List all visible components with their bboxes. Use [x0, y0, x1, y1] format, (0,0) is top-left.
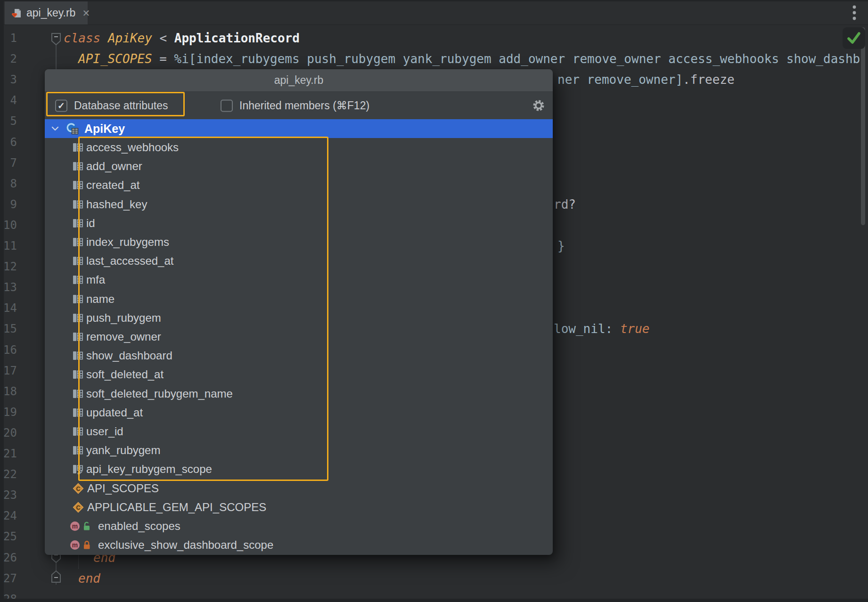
code-segment-const: API_SCOPES	[78, 52, 152, 66]
code-segment-kw: true	[620, 322, 650, 336]
code-segment-fg: rd?	[554, 197, 576, 212]
list-item-label: api_key_rubygem_scope	[86, 463, 212, 476]
database-column-icon	[72, 369, 83, 380]
list-item-hashed_key[interactable]: hashed_key	[45, 195, 553, 214]
list-item-label: hashed_key	[86, 198, 147, 211]
tree-root-label: ApiKey	[84, 122, 125, 136]
database-column-icon	[72, 445, 83, 456]
list-item-label: last_accessed_at	[86, 254, 173, 268]
list-item-label: API_SCOPES	[87, 482, 159, 495]
window-border-top	[0, 0, 868, 1]
tab-title: api_key.rb	[26, 7, 75, 19]
list-item-label: APPLICABLE_GEM_API_SCOPES	[87, 501, 266, 514]
list-item-push_rubygem[interactable]: push_rubygem	[45, 309, 553, 327]
code-line: }	[557, 236, 565, 256]
list-item-label: yank_rubygem	[86, 444, 160, 457]
list-item-index_rubygems[interactable]: index_rubygems	[45, 233, 553, 252]
list-item-last_accessed_at[interactable]: last_accessed_at	[45, 252, 553, 270]
ruby-file-icon	[11, 8, 22, 18]
checkbox-database-attributes[interactable]: ✓ Database attributes	[55, 99, 168, 112]
code-segment-kw: end	[78, 571, 100, 586]
list-item-mfa[interactable]: mfa	[45, 270, 553, 289]
list-item-label: user_id	[86, 425, 123, 438]
code-line: rd?	[554, 194, 576, 215]
close-icon[interactable]: ✕	[82, 8, 90, 18]
svg-text:m: m	[72, 522, 78, 530]
list-item-API_SCOPES[interactable]: CAPI_SCOPES	[45, 479, 553, 498]
list-item-label: updated_at	[86, 406, 143, 419]
database-column-icon	[72, 142, 83, 153]
list-item-label: add_owner	[86, 160, 142, 173]
list-item-label: created_at	[86, 179, 139, 192]
inspections-widget[interactable]	[843, 27, 865, 49]
ide-window: { "colors": { "editor-bg": "#2B2D2F", "p…	[0, 0, 868, 602]
list-item-created_at[interactable]: created_at	[45, 176, 553, 195]
code-segment-cls: ApiKey	[108, 31, 152, 45]
database-column-icon	[72, 255, 83, 267]
code-segment-kw: class	[64, 31, 108, 45]
tree-row-apikey[interactable]: ApiKey	[45, 119, 553, 138]
database-column-icon	[72, 161, 83, 172]
list-item-label: soft_deleted_at	[86, 368, 164, 381]
list-item-label: remove_owner	[86, 330, 161, 343]
code-line: ner remove_owner].freeze	[557, 69, 735, 90]
file-structure-popup: api_key.rb ✓ Database attributes Inherit…	[45, 69, 553, 555]
list-item-access_webhooks[interactable]: access_webhooks	[45, 138, 553, 157]
code-segment-sym: ner remove_owner]	[557, 73, 683, 87]
tab-api-key-rb[interactable]: api_key.rb ✕	[5, 1, 88, 24]
list-item-label: id	[86, 217, 95, 230]
popup-controls: ✓ Database attributes Inherited members …	[45, 92, 553, 119]
svg-text:m: m	[72, 541, 78, 549]
list-item-label: mfa	[86, 273, 105, 286]
checkbox-label: Database attributes	[74, 99, 168, 112]
list-item-updated_at[interactable]: updated_at	[45, 403, 553, 422]
checkbox-box[interactable]	[221, 99, 233, 112]
code-segment-sym: low_nil:	[554, 322, 620, 336]
list-item-add_owner[interactable]: add_owner	[45, 157, 553, 176]
list-item-name[interactable]: name	[45, 290, 553, 309]
checkbox-label: Inherited members (⌘F12)	[239, 99, 369, 112]
code-segment-sym: }	[557, 239, 565, 253]
database-column-icon	[72, 218, 83, 229]
database-column-icon	[72, 293, 83, 305]
code-segment-sym: %i[index_rubygems push_rubygem yank_ruby…	[174, 52, 860, 66]
fold-marker-line-27[interactable]	[51, 570, 61, 583]
popup-title[interactable]: api_key.rb	[45, 69, 553, 92]
database-column-icon	[72, 426, 83, 437]
list-item-show_dashboard[interactable]: show_dashboard	[45, 346, 553, 365]
list-item-yank_rubygem[interactable]: yank_rubygem	[45, 441, 553, 460]
list-item-remove_owner[interactable]: remove_owner	[45, 327, 553, 346]
database-column-icon	[72, 331, 83, 342]
list-item-exclusive_show_dashboard_scope[interactable]: mexclusive_show_dashboard_scope	[45, 536, 553, 554]
list-item-user_id[interactable]: user_id	[45, 422, 553, 441]
constant-icon: C	[73, 483, 84, 494]
list-item-soft_deleted_rubygem_name[interactable]: soft_deleted_rubygem_name	[45, 384, 553, 403]
code-line: class ApiKey < ApplicationRecord	[64, 28, 300, 49]
checkbox-box[interactable]: ✓	[55, 99, 67, 112]
list-item-enabled_scopes[interactable]: menabled_scopes	[45, 517, 553, 536]
list-item-soft_deleted_at[interactable]: soft_deleted_at	[45, 365, 553, 384]
scrollbar-thumb[interactable]	[861, 27, 865, 225]
gear-icon[interactable]	[532, 99, 545, 112]
list-item-label: access_webhooks	[86, 141, 179, 154]
list-item-label: enabled_scopes	[98, 520, 180, 533]
checkbox-inherited-members[interactable]: Inherited members (⌘F12)	[221, 99, 369, 112]
database-column-icon	[72, 236, 83, 248]
database-column-icon	[72, 388, 83, 399]
database-column-icon	[72, 179, 83, 191]
list-item-label: soft_deleted_rubygem_name	[86, 387, 233, 400]
method-icon-public-lock-open: m	[70, 521, 94, 532]
fold-marker-line-1[interactable]	[51, 33, 61, 45]
database-column-icon	[72, 350, 83, 361]
chevron-down-icon[interactable]	[50, 123, 60, 134]
list-item-APPLICABLE_GEM_API_SCOPES[interactable]: CAPPLICABLE_GEM_API_SCOPES	[45, 498, 553, 517]
svg-text:C: C	[76, 486, 80, 492]
kebab-menu-icon[interactable]	[847, 3, 861, 23]
association-icon	[72, 464, 83, 475]
list-item-id[interactable]: id	[45, 214, 553, 233]
window-border-bottom	[0, 599, 868, 602]
list-item-label: index_rubygems	[86, 236, 169, 249]
list-item-label: push_rubygem	[86, 311, 161, 325]
code-line: API_SCOPES = %i[index_rubygems push_ruby…	[78, 49, 860, 69]
list-item-api_key_rubygem_scope[interactable]: api_key_rubygem_scope	[45, 460, 553, 479]
